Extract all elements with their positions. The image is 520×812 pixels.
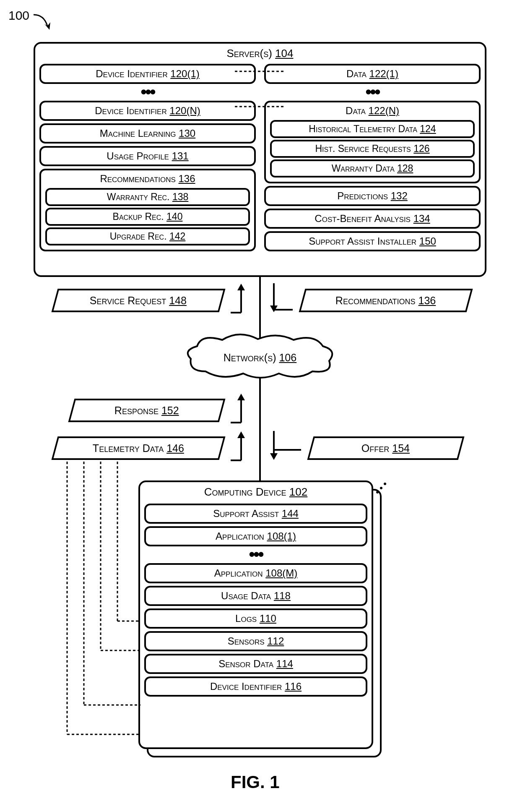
server-container: Server(s) 104 Device Identifier 120(1) •… xyxy=(34,42,486,277)
figure-reference-arrow-icon xyxy=(31,8,57,34)
up-arrow-icon xyxy=(231,281,252,315)
telemetry-msg: Telemetry Data 146 xyxy=(51,436,225,460)
recommendations-title: Recommendations 136 xyxy=(41,170,254,186)
server-right-column: Data 122(1) ••• Data 122(N) Historical T… xyxy=(260,61,485,273)
data-n-title: Data 122(N) xyxy=(266,102,479,118)
recommendations-msg: Recommendations 136 xyxy=(299,289,473,312)
usage-profile: Usage Profile 131 xyxy=(39,146,256,166)
service-request-msg: Service Request 148 xyxy=(51,289,225,312)
machine-learning: Machine Learning 130 xyxy=(39,123,256,144)
historical-telemetry: Historical Telemetry Data 124 xyxy=(270,120,475,138)
support-assist-installer: Support Assist Installer 150 xyxy=(264,231,481,251)
server-left-column: Device Identifier 120(1) ••• Device Iden… xyxy=(35,61,260,273)
ellipsis-icon: ••• xyxy=(140,549,372,561)
up-arrow-icon xyxy=(231,391,252,425)
down-arrow-icon xyxy=(268,281,293,315)
sensors: Sensors 112 xyxy=(144,631,367,651)
computing-device-title: Computing Device 102 xyxy=(140,482,372,501)
hist-service-requests: Hist. Service Requests 126 xyxy=(270,140,475,158)
response-msg: Response 152 xyxy=(68,399,225,422)
ellipsis-icon: ••• xyxy=(260,86,485,98)
predictions: Predictions 132 xyxy=(264,186,481,206)
dashed-connector-icon xyxy=(235,106,285,107)
telemetry-feeder-icon xyxy=(59,462,143,747)
svg-point-13 xyxy=(376,491,379,493)
data-n-group: Data 122(N) Historical Telemetry Data 12… xyxy=(264,101,481,183)
dashed-connector-icon xyxy=(235,70,285,72)
logs: Logs 110 xyxy=(144,608,367,629)
svg-point-14 xyxy=(380,487,382,489)
svg-point-15 xyxy=(384,483,386,485)
diagram-canvas: 100 Server(s) 104 Device Identifier 120(… xyxy=(8,8,512,804)
server-title: Server(s) 104 xyxy=(35,44,485,63)
figure-caption: FIG. 1 xyxy=(231,772,280,792)
application-m: Application 108(M) xyxy=(144,563,367,583)
application-1: Application 108(1) xyxy=(144,526,367,546)
down-arrow-icon xyxy=(268,429,301,462)
data-1: Data 122(1) xyxy=(264,64,481,84)
upgrade-rec: Upgrade Rec. 142 xyxy=(45,227,250,245)
up-arrow-icon xyxy=(231,429,252,462)
recommendations-group: Recommendations 136 Warranty Rec. 138 Ba… xyxy=(39,169,256,251)
device-identifier-1: Device Identifier 120(1) xyxy=(39,64,256,84)
warranty-data: Warranty Data 128 xyxy=(270,159,475,178)
figure-reference-label: 100 xyxy=(8,8,29,23)
network-label: Network(s) 106 xyxy=(214,352,306,364)
warranty-rec: Warranty Rec. 138 xyxy=(45,188,250,206)
device-identifier: Device Identifier 116 xyxy=(144,676,367,697)
sensor-data: Sensor Data 114 xyxy=(144,654,367,674)
device-identifier-n: Device Identifier 120(N) xyxy=(39,101,256,121)
usage-data: Usage Data 118 xyxy=(144,586,367,606)
offer-msg: Offer 154 xyxy=(307,436,464,460)
computing-device-container: Computing Device 102 Support Assist 144 … xyxy=(138,480,373,749)
stack-dots-icon xyxy=(375,482,388,494)
cost-benefit-analysis: Cost-Benefit Analysis 134 xyxy=(264,209,481,229)
ellipsis-icon: ••• xyxy=(35,86,260,98)
backup-rec: Backup Rec. 140 xyxy=(45,208,250,226)
support-assist: Support Assist 144 xyxy=(144,504,367,524)
